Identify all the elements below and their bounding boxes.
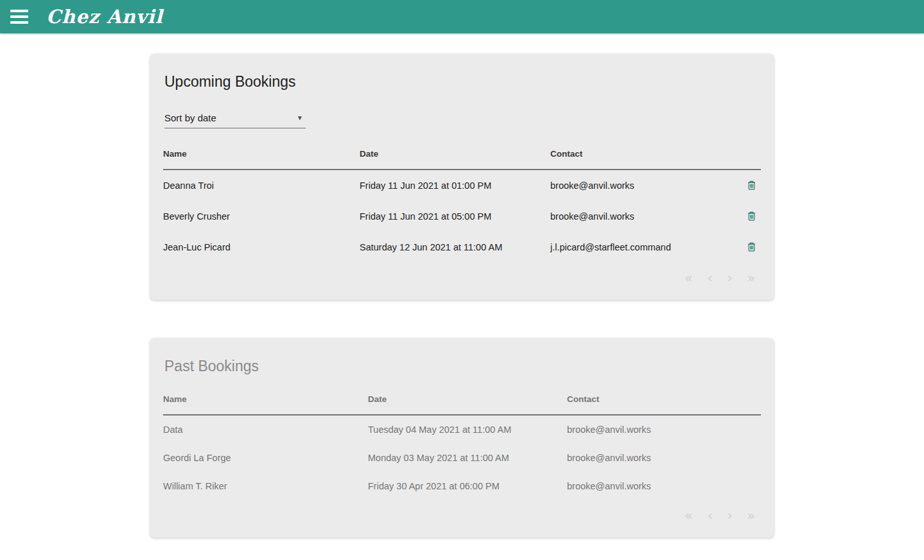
booking-date: Friday 11 Jun 2021 at 05:00 PM: [360, 201, 550, 232]
previous-page-button[interactable]: ‹: [701, 508, 718, 523]
booking-row: Data Tuesday 04 May 2021 at 11:00 AM bro…: [163, 415, 761, 444]
past-bookings-table: Name Date Contact Data Tuesday 04 May 20…: [163, 390, 761, 500]
booking-contact: brooke@anvil.works: [567, 415, 761, 444]
booking-name: Beverly Crusher: [163, 201, 360, 232]
table-header-row: Name Date Contact: [163, 145, 761, 170]
delete-booking-button[interactable]: [746, 210, 757, 222]
column-header-date: Date: [368, 390, 567, 415]
booking-date: Monday 03 May 2021 at 11:00 AM: [368, 444, 567, 472]
last-page-button[interactable]: »: [741, 270, 761, 286]
booking-date: Friday 30 Apr 2021 at 06:00 PM: [368, 472, 567, 500]
next-page-button[interactable]: ›: [721, 270, 738, 286]
last-page-button[interactable]: »: [741, 508, 761, 523]
first-page-button[interactable]: «: [679, 270, 699, 286]
column-header-actions: [735, 145, 761, 170]
booking-contact: brooke@anvil.works: [550, 201, 735, 232]
sort-select-value: Sort by date: [164, 112, 216, 123]
past-bookings-card: Past Bookings Name Date Contact Data Tue…: [150, 338, 774, 538]
booking-row: Beverly Crusher Friday 11 Jun 2021 at 05…: [163, 201, 761, 232]
previous-page-button[interactable]: ‹: [701, 270, 718, 286]
next-page-button[interactable]: ›: [721, 508, 738, 523]
upcoming-bookings-title: Upcoming Bookings: [164, 73, 760, 91]
column-header-name: Name: [163, 390, 368, 415]
past-bookings-title: Past Bookings: [164, 358, 760, 375]
app-logo: Chez Anvil: [46, 6, 163, 28]
column-header-date: Date: [360, 145, 550, 170]
delete-booking-button[interactable]: [746, 179, 757, 191]
booking-name: Jean-Luc Picard: [163, 232, 360, 263]
trash-icon: [747, 242, 756, 252]
caret-down-icon: ▼: [297, 114, 303, 121]
booking-date: Tuesday 04 May 2021 at 11:00 AM: [368, 415, 567, 444]
delete-booking-button[interactable]: [746, 241, 757, 253]
booking-name: Deanna Troi: [163, 170, 360, 201]
column-header-contact: Contact: [567, 390, 761, 415]
hamburger-icon: [10, 10, 28, 12]
booking-contact: brooke@anvil.works: [567, 444, 761, 472]
upcoming-pagination: « ‹ › »: [163, 270, 761, 286]
column-header-contact: Contact: [550, 145, 735, 170]
booking-row: Geordi La Forge Monday 03 May 2021 at 11…: [163, 444, 761, 472]
app-bar: Chez Anvil: [0, 0, 924, 33]
booking-row: Deanna Troi Friday 11 Jun 2021 at 01:00 …: [163, 170, 761, 201]
booking-date: Friday 11 Jun 2021 at 01:00 PM: [360, 170, 550, 201]
booking-name: William T. Riker: [163, 472, 368, 500]
booking-contact: j.l.picard@starfleet.command: [550, 232, 735, 263]
booking-date: Saturday 12 Jun 2021 at 11:00 AM: [360, 232, 550, 263]
upcoming-bookings-table: Name Date Contact Deanna Troi Friday 11 …: [163, 145, 761, 263]
booking-name: Data: [163, 415, 368, 444]
column-header-name: Name: [163, 145, 360, 170]
hamburger-menu-button[interactable]: [10, 9, 30, 24]
booking-row: Jean-Luc Picard Saturday 12 Jun 2021 at …: [163, 232, 761, 263]
trash-icon: [747, 211, 756, 221]
first-page-button[interactable]: «: [679, 508, 699, 523]
booking-contact: brooke@anvil.works: [567, 472, 761, 500]
booking-contact: brooke@anvil.works: [550, 170, 735, 201]
sort-by-date-select[interactable]: Sort by date ▼: [164, 112, 306, 128]
trash-icon: [747, 180, 756, 190]
past-pagination: « ‹ › »: [163, 508, 761, 523]
booking-name: Geordi La Forge: [163, 444, 368, 472]
table-header-row: Name Date Contact: [163, 390, 761, 415]
upcoming-bookings-card: Upcoming Bookings Sort by date ▼ Name Da…: [150, 54, 774, 300]
booking-row: William T. Riker Friday 30 Apr 2021 at 0…: [163, 472, 761, 500]
